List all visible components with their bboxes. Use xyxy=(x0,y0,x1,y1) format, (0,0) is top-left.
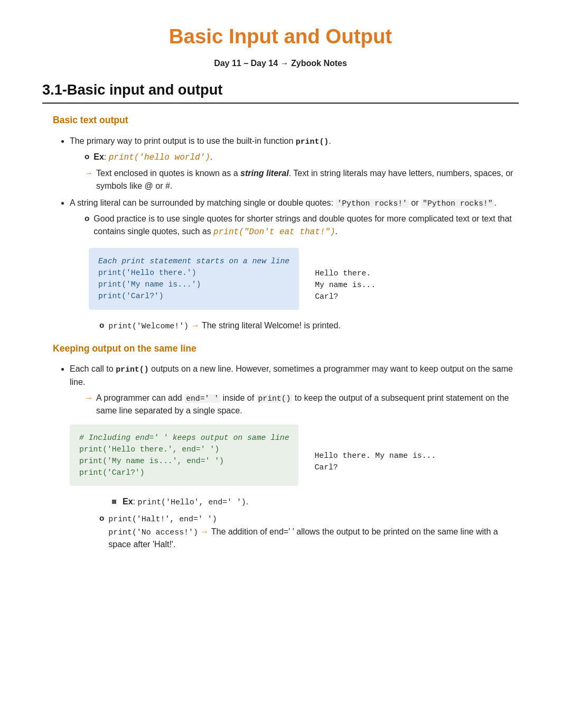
string-literal-text: Text enclosed in quotes is known as a st… xyxy=(96,167,519,192)
ex-text: Ex: print('hello world'). xyxy=(94,151,212,164)
end-code: end=' ' xyxy=(184,394,220,403)
halt-line-1: print('Halt!', end=' ') xyxy=(108,512,519,525)
sub-item-string-literal: → Text enclosed in quotes is known as a … xyxy=(85,167,519,192)
string-literal-label: string literal xyxy=(240,169,289,178)
dont-eat-code: print("Don't eat that!") xyxy=(213,227,335,237)
welcome-line: o print('Welcome!') → The string literal… xyxy=(70,319,519,332)
subsection-basic-text-output: Basic text output The primary way to pri… xyxy=(53,113,519,331)
sub-list-3: → A programmer can add end=' ' inside of… xyxy=(70,392,519,417)
sub-item-ex: o Ex: print('hello world'). xyxy=(85,151,519,164)
code-block-container-2: # Including end=' ' keeps output on same… xyxy=(70,425,519,486)
page-title: Basic Input and Output xyxy=(42,21,519,52)
code-output-1: Hello there. My name is... Carl? xyxy=(315,255,376,302)
ex-label-1: Ex xyxy=(94,152,104,161)
after-block-items: Ex: print('Hello', end=' '). o print('Ha… xyxy=(70,495,519,551)
print-inline-code: print() xyxy=(257,394,293,403)
subsection-heading-2: Keeping output on the same line xyxy=(53,342,519,355)
halt-code: print('Halt!', end=' ') xyxy=(108,515,217,523)
hello-end-code: print('Hello', end=' ') xyxy=(137,498,246,506)
section-heading: 3.1-Basic input and output xyxy=(42,79,519,104)
code-comment-1: Each print statement starts on a new lin… xyxy=(98,255,289,267)
bullet-item-1: The primary way to print output is to us… xyxy=(70,135,519,192)
arrow-bullet-welcome: → xyxy=(191,321,201,330)
o-bullet-halt: o xyxy=(99,512,104,524)
bullet-text-2: A string literal can be surrounded by ma… xyxy=(70,198,497,207)
bullet-text-3: Each call to print() outputs on a new li… xyxy=(70,364,513,386)
code-single-quotes: 'Python rocks!' xyxy=(335,199,409,208)
arrow-icon: → xyxy=(280,59,291,68)
o-bullet-1: o xyxy=(85,151,89,163)
bullet-text-1: The primary way to print output is to us… xyxy=(70,136,331,145)
code-comment-2: # Including end=' ' keeps output on same… xyxy=(79,432,289,444)
halt-line-2: print('No access!') → The addition of en… xyxy=(108,526,519,551)
o-bullet-2: o xyxy=(85,213,89,225)
hello-world-code: print('hello world') xyxy=(109,153,210,162)
code-line-2: print('My name is...') xyxy=(98,279,289,290)
welcome-text: print('Welcome!') → The string literal W… xyxy=(108,319,341,332)
print-bold-code-2: print() xyxy=(116,365,149,374)
bullet-list-1: The primary way to print output is to us… xyxy=(53,135,519,332)
arrow-bullet-halt: → xyxy=(200,527,211,536)
bullet-list-2: Each call to print() outputs on a new li… xyxy=(53,363,519,551)
sub-item-end: → A programmer can add end=' ' inside of… xyxy=(85,392,519,417)
no-access-code: print('No access!') xyxy=(108,528,198,537)
code-line-1: print('Hello there.') xyxy=(98,267,289,279)
halt-text: print('Halt!', end=' ') print('No access… xyxy=(108,512,519,551)
bullet-item-2: A string literal can be surrounded by ma… xyxy=(70,197,519,332)
code-line-6: print('Carl?') xyxy=(79,467,289,478)
o-bullet-welcome: o xyxy=(99,319,104,331)
square-bullet-icon xyxy=(112,500,116,504)
code-output-2: Hello there. My name is... Carl? xyxy=(314,437,436,473)
sub-item-good-practice: o Good practice is to use single quotes … xyxy=(85,213,519,238)
subsection-heading-1: Basic text output xyxy=(53,113,519,127)
code-line-5: print('My name is...', end=' ') xyxy=(79,455,289,467)
subsection-keeping-output: Keeping output on the same line Each cal… xyxy=(53,342,519,551)
code-double-quotes: "Python rocks!" xyxy=(421,199,494,208)
code-line-3: print('Carl?') xyxy=(98,290,289,302)
arrow-bullet-2: → xyxy=(85,392,93,404)
ex-square-text: Ex: print('Hello', end=' '). xyxy=(123,495,248,508)
halt-item: o print('Halt!', end=' ') print('No acce… xyxy=(70,512,519,551)
subtitle: Day 11 – Day 14 → Zybook Notes xyxy=(42,57,519,70)
ex-label-2: Ex xyxy=(123,497,133,506)
sub-list-1: o Ex: print('hello world'). → Text enclo… xyxy=(70,151,519,192)
code-block-1: Each print statement starts on a new lin… xyxy=(89,248,299,309)
code-block-2: # Including end=' ' keeps output on same… xyxy=(70,425,298,486)
ex-square-item: Ex: print('Hello', end=' '). xyxy=(70,495,519,508)
welcome-code: print('Welcome!') xyxy=(108,322,189,330)
print-bold-code: print() xyxy=(296,137,329,146)
code-block-container-1: Each print statement starts on a new lin… xyxy=(89,248,519,309)
arrow-bullet-1: → xyxy=(85,167,93,180)
bullet-item-3: Each call to print() outputs on a new li… xyxy=(70,363,519,551)
sub-list-2: o Good practice is to use single quotes … xyxy=(70,213,519,238)
end-text: A programmer can add end=' ' inside of p… xyxy=(96,392,519,417)
good-practice-text: Good practice is to use single quotes fo… xyxy=(94,213,519,238)
code-line-4: print('Hello there.', end=' ') xyxy=(79,444,289,455)
